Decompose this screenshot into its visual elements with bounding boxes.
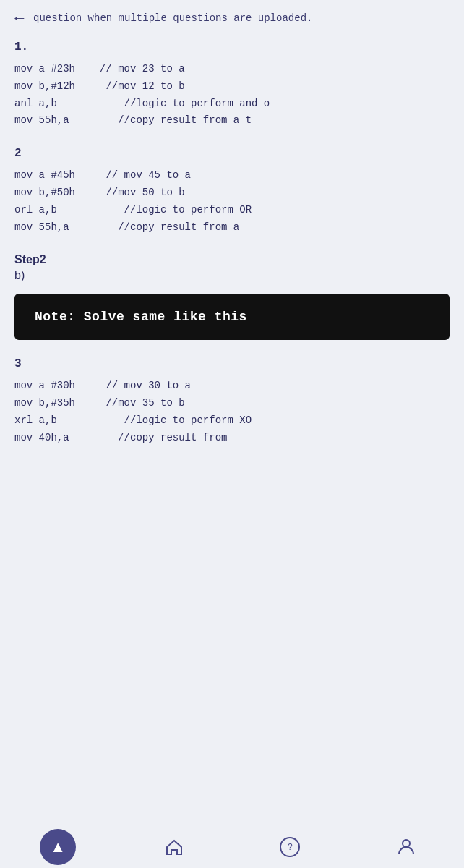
code-comment: //logic to perform XO bbox=[100, 412, 252, 430]
code-instr: mov 55h,a bbox=[14, 112, 94, 129]
step-label: Step2 bbox=[14, 253, 450, 266]
code-comment: //mov 50 to b bbox=[100, 184, 185, 202]
person-icon bbox=[396, 837, 416, 857]
code-line-2-1: mov a #45h // mov 45 to a bbox=[14, 167, 450, 184]
code-instr: xrl a,b bbox=[14, 412, 94, 430]
code-instr: mov a #45h bbox=[14, 167, 94, 184]
section-3-number: 3 bbox=[14, 357, 450, 370]
code-line-3-3: xrl a,b //logic to perform XO bbox=[14, 412, 450, 430]
code-instr: mov 40h,a bbox=[14, 430, 94, 447]
code-instr: mov 55h,a bbox=[14, 219, 94, 237]
question-icon: ? bbox=[280, 837, 300, 857]
code-comment: //mov 12 to b bbox=[100, 78, 185, 95]
code-comment: // mov 45 to a bbox=[100, 167, 191, 184]
section-2-code: mov a #45h // mov 45 to a mov b,#50h //m… bbox=[14, 167, 450, 236]
code-comment: //copy result from a bbox=[100, 219, 239, 237]
header-title: question when multiple questions are upl… bbox=[33, 12, 312, 24]
note-box: Note: Solve same like this bbox=[14, 294, 450, 340]
code-line-1-3: anl a,b //logic to perform and o bbox=[14, 95, 450, 113]
code-line-1-1: mov a #23h // mov 23 to a bbox=[14, 61, 450, 78]
code-instr: mov b,#50h bbox=[14, 184, 94, 202]
nav-home-button[interactable] bbox=[156, 829, 192, 865]
code-line-3-2: mov b,#35h //mov 35 to b bbox=[14, 395, 450, 412]
code-instr: mov a #30h bbox=[14, 378, 94, 395]
nav-question-button[interactable]: ? bbox=[272, 829, 308, 865]
up-icon: ▲ bbox=[50, 838, 66, 856]
code-instr: mov b,#12h bbox=[14, 78, 94, 95]
main-content: 1. mov a #23h // mov 23 to a mov b,#12h … bbox=[0, 33, 464, 479]
code-line-3-1: mov a #30h // mov 30 to a bbox=[14, 378, 450, 395]
section-1: 1. mov a #23h // mov 23 to a mov b,#12h … bbox=[14, 41, 450, 129]
back-button[interactable]: ← bbox=[12, 9, 27, 27]
top-bar: ← question when multiple questions are u… bbox=[0, 0, 464, 33]
step-sub: b) bbox=[14, 269, 450, 282]
code-instr: mov b,#35h bbox=[14, 395, 94, 412]
code-instr: anl a,b bbox=[14, 95, 94, 113]
nav-profile-button[interactable] bbox=[388, 829, 424, 865]
code-line-1-4: mov 55h,a //copy result from a t bbox=[14, 112, 450, 129]
code-comment: //copy result from a t bbox=[100, 112, 252, 129]
code-comment: //logic to perform and o bbox=[100, 95, 270, 113]
section-3-code: mov a #30h // mov 30 to a mov b,#35h //m… bbox=[14, 378, 450, 446]
section-2-number: 2 bbox=[14, 147, 450, 160]
code-line-2-2: mov b,#50h //mov 50 to b bbox=[14, 184, 450, 202]
nav-up-button[interactable]: ▲ bbox=[40, 829, 76, 865]
code-comment: // mov 23 to a bbox=[100, 61, 185, 78]
section-1-number: 1. bbox=[14, 41, 450, 54]
code-line-2-4: mov 55h,a //copy result from a bbox=[14, 219, 450, 237]
code-instr: mov a #23h bbox=[14, 61, 94, 78]
code-comment: //mov 35 to b bbox=[100, 395, 185, 412]
code-instr: orl a,b bbox=[14, 202, 94, 219]
code-line-1-2: mov b,#12h //mov 12 to b bbox=[14, 78, 450, 95]
step2-section: Step2 b) bbox=[14, 253, 450, 282]
section-2: 2 mov a #45h // mov 45 to a mov b,#50h /… bbox=[14, 147, 450, 236]
home-icon bbox=[164, 837, 184, 857]
code-comment: //logic to perform OR bbox=[100, 202, 252, 219]
code-line-3-4: mov 40h,a //copy result from bbox=[14, 430, 450, 447]
code-line-2-3: orl a,b //logic to perform OR bbox=[14, 202, 450, 219]
svg-point-0 bbox=[403, 840, 410, 847]
code-comment: //copy result from bbox=[100, 430, 227, 447]
bottom-nav: ▲ ? bbox=[0, 825, 464, 868]
code-comment: // mov 30 to a bbox=[100, 378, 191, 395]
section-1-code: mov a #23h // mov 23 to a mov b,#12h //m… bbox=[14, 61, 450, 129]
